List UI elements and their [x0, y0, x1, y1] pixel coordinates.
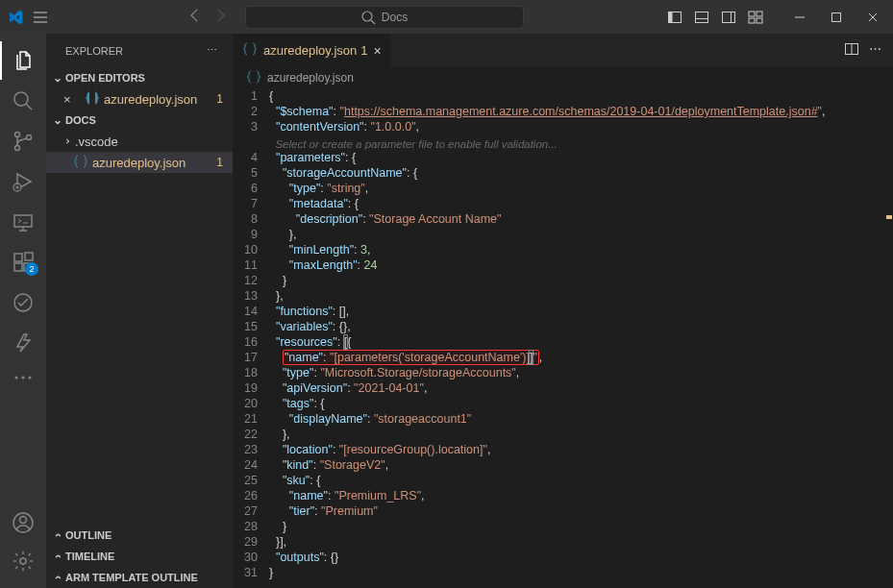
- command-center-search[interactable]: Docs: [245, 6, 524, 29]
- svg-rect-19: [14, 263, 22, 271]
- customize-layout-icon[interactable]: [743, 5, 768, 30]
- svg-rect-2: [669, 12, 673, 22]
- activity-source-control[interactable]: [0, 122, 46, 160]
- chevron-right-icon: ›: [51, 527, 64, 543]
- nav-forward-icon[interactable]: [212, 8, 228, 26]
- chevron-right-icon: ⌄: [59, 134, 72, 149]
- file-name: azuredeploy.json: [92, 156, 186, 170]
- activity-settings[interactable]: [0, 542, 46, 580]
- maximize-button[interactable]: [824, 5, 849, 30]
- svg-rect-9: [749, 18, 755, 23]
- nav-back-icon[interactable]: [187, 8, 203, 26]
- svg-rect-11: [832, 12, 841, 21]
- json-file-icon: [85, 90, 100, 109]
- activity-more[interactable]: [0, 364, 46, 391]
- section-folder[interactable]: ⌄ DOCS: [46, 110, 233, 131]
- svg-point-25: [29, 377, 32, 380]
- svg-point-23: [15, 377, 18, 380]
- extensions-badge: 2: [25, 262, 38, 276]
- chevron-right-icon: ›: [51, 549, 64, 564]
- problem-count: 1: [216, 156, 223, 169]
- editor-area: azuredeploy.json 1 × ⋯ azuredeploy.json …: [233, 34, 893, 588]
- sidebar-title: EXPLORER: [65, 45, 123, 57]
- json-file-icon: [73, 154, 88, 172]
- svg-rect-21: [25, 253, 33, 260]
- svg-rect-7: [749, 12, 755, 16]
- title-bar: Docs: [0, 0, 893, 34]
- svg-rect-4: [696, 18, 708, 22]
- svg-point-15: [27, 135, 32, 140]
- toggle-sidebar-left-icon[interactable]: [662, 5, 687, 30]
- section-open-editors[interactable]: ⌄ OPEN EDITORS: [46, 67, 233, 88]
- chevron-down-icon: ⌄: [50, 113, 65, 127]
- svg-point-0: [362, 12, 372, 21]
- activity-run-debug[interactable]: [0, 162, 46, 201]
- breadcrumb-file: azuredeploy.json: [267, 71, 354, 85]
- svg-rect-3: [696, 12, 708, 22]
- svg-rect-6: [732, 12, 735, 22]
- tab-close-icon[interactable]: ×: [374, 43, 382, 59]
- activity-accounts[interactable]: [0, 503, 46, 542]
- activity-explorer[interactable]: [0, 41, 46, 80]
- svg-point-24: [22, 377, 25, 380]
- json-file-icon: [242, 41, 258, 60]
- section-outline[interactable]: › OUTLINE: [46, 525, 233, 546]
- svg-rect-10: [757, 18, 762, 23]
- section-timeline[interactable]: › TIMELINE: [46, 546, 233, 567]
- line-numbers: 1234567891011121314151617181920212223242…: [233, 88, 269, 588]
- code-content[interactable]: { "$schema": "https://schema.management.…: [269, 88, 893, 588]
- chevron-down-icon: ⌄: [50, 71, 65, 85]
- section-arm-outline[interactable]: › ARM TEMPLATE OUTLINE: [46, 567, 233, 588]
- svg-rect-5: [723, 12, 735, 22]
- editor-more-icon[interactable]: ⋯: [869, 41, 881, 60]
- folder-item-vscode[interactable]: ⌄ .vscode: [46, 131, 233, 152]
- search-icon: [360, 10, 376, 25]
- editor-tab[interactable]: azuredeploy.json 1 ×: [233, 34, 392, 67]
- search-placeholder: Docs: [382, 11, 408, 24]
- activity-remote[interactable]: [0, 203, 46, 241]
- overview-ruler[interactable]: [881, 88, 893, 588]
- svg-point-12: [14, 92, 28, 106]
- breadcrumb[interactable]: azuredeploy.json: [233, 67, 893, 88]
- activity-azure[interactable]: [0, 324, 46, 362]
- split-editor-icon[interactable]: [844, 41, 859, 60]
- svg-rect-17: [14, 215, 32, 227]
- problem-count: 1: [216, 92, 223, 106]
- open-editor-item[interactable]: × azuredeploy.json 1: [46, 88, 233, 110]
- close-icon[interactable]: ×: [63, 92, 81, 107]
- close-button[interactable]: [860, 5, 885, 30]
- svg-rect-8: [757, 12, 762, 16]
- file-name: azuredeploy.json: [104, 92, 197, 107]
- tab-name: azuredeploy.json: [263, 43, 357, 58]
- file-item-azuredeploy[interactable]: azuredeploy.json 1: [46, 152, 233, 173]
- explorer-sidebar: EXPLORER ⋯ ⌄ OPEN EDITORS × azuredeploy.…: [46, 34, 233, 588]
- activity-extensions[interactable]: 2: [0, 243, 46, 282]
- chevron-right-icon: ›: [51, 570, 64, 585]
- tab-problem-count: 1: [360, 43, 367, 58]
- activity-search[interactable]: [0, 82, 46, 120]
- minimize-button[interactable]: [787, 5, 812, 30]
- hamburger-menu-icon[interactable]: [33, 10, 48, 25]
- activity-bar: 2: [0, 34, 46, 588]
- svg-rect-18: [14, 254, 22, 261]
- svg-point-27: [20, 517, 27, 524]
- toggle-sidebar-right-icon[interactable]: [716, 5, 741, 30]
- sidebar-more-icon[interactable]: ⋯: [207, 44, 217, 57]
- json-file-icon: [246, 69, 261, 87]
- svg-point-14: [15, 146, 20, 151]
- code-editor[interactable]: 1234567891011121314151617181920212223242…: [233, 88, 893, 588]
- activity-testing[interactable]: [0, 283, 46, 322]
- vscode-logo-icon: [8, 10, 23, 25]
- svg-point-13: [15, 133, 20, 137]
- toggle-panel-icon[interactable]: [689, 5, 714, 30]
- svg-point-28: [20, 558, 26, 564]
